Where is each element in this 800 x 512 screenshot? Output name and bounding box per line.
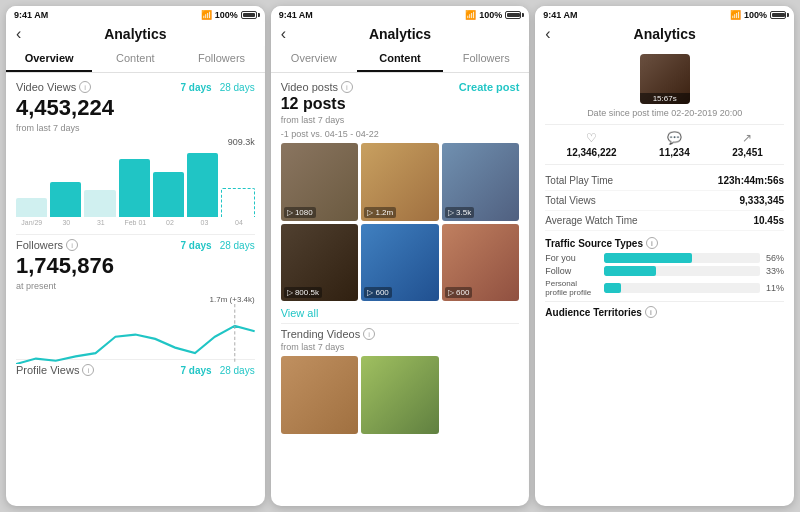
followers-7days[interactable]: 7 days (181, 240, 212, 251)
bar-1 (16, 198, 47, 217)
traffic-bar-bg-1 (604, 253, 760, 263)
stat-likes: ♡ 12,346,222 (567, 131, 617, 158)
traffic-info[interactable]: i (646, 237, 658, 249)
video-thumb-2[interactable]: ▷ 1.2m (361, 143, 439, 221)
share-icon: ↗ (742, 131, 752, 145)
wifi-icon-2: 📶 (465, 10, 476, 20)
bar-chart: 909.3k (16, 137, 255, 217)
video-views-value: 4,453,224 (16, 95, 255, 121)
bar-3 (84, 190, 115, 217)
back-button-3[interactable]: ‹ (545, 25, 550, 43)
status-icons-3: 📶 100% (730, 10, 786, 20)
traffic-bar-fill-2 (604, 266, 655, 276)
traffic-row-2: Follow 33% (545, 266, 784, 276)
time-2: 9:41 AM (279, 10, 313, 20)
battery-label-2: 100% (479, 10, 502, 20)
status-icons-1: 📶 100% (201, 10, 257, 20)
traffic-bar-bg-3 (604, 283, 760, 293)
followers-time-links: 7 days 28 days (181, 240, 255, 251)
avg-watch-val: 10.45s (753, 215, 784, 226)
tab-content-1[interactable]: Content (92, 46, 178, 72)
wifi-icon-3: 📶 (730, 10, 741, 20)
stat-4: ▷ 800.5k (284, 287, 322, 298)
profile-views-time-links: 7 days 28 days (181, 365, 255, 376)
audience-info[interactable]: i (645, 306, 657, 318)
comment-icon: 💬 (667, 131, 682, 145)
nav-title-2: Analytics (369, 26, 431, 42)
status-icons-2: 📶 100% (465, 10, 521, 20)
trending-thumb-2[interactable] (361, 356, 439, 434)
posts-count: 12 posts (281, 95, 520, 113)
stats-row: ♡ 12,346,222 💬 11,234 ↗ 23,451 (545, 124, 784, 165)
bar-7 (221, 188, 254, 217)
posts-sub1: from last 7 days (281, 115, 520, 125)
video-views-28days[interactable]: 28 days (220, 82, 255, 93)
x-label-2: 30 (51, 219, 83, 226)
heart-icon: ♡ (586, 131, 597, 145)
shares-value: 23,451 (732, 147, 763, 158)
nav-bar-1: ‹ Analytics (6, 22, 265, 46)
stat-6: ▷ 600 (445, 287, 473, 298)
total-views-val: 9,333,345 (740, 195, 785, 206)
video-views-label: Video Views i (16, 81, 91, 93)
tabs-row-1: Overview Content Followers (6, 46, 265, 73)
traffic-label-3: Personal profile profile (545, 279, 600, 297)
avg-watch-key: Average Watch Time (545, 215, 637, 226)
traffic-title: Traffic Source Types i (545, 237, 784, 249)
view-all-link[interactable]: View all (281, 307, 520, 319)
chart-top-label: 909.3k (228, 137, 255, 147)
x-label-7: 04 (223, 219, 255, 226)
x-label-5: 02 (154, 219, 186, 226)
video-posts-header: Video posts i Create post (281, 81, 520, 93)
video-posts-info[interactable]: i (341, 81, 353, 93)
tab-content-2[interactable]: Content (357, 46, 443, 72)
followers-28days[interactable]: 28 days (220, 240, 255, 251)
trending-thumb-1[interactable] (281, 356, 359, 434)
stat-comments: 💬 11,234 (659, 131, 690, 158)
video-thumb-5[interactable]: ▷ 600 (361, 224, 439, 302)
traffic-bar-fill-3 (604, 283, 621, 293)
back-button-1[interactable]: ‹ (16, 25, 21, 43)
followers-sub: at present (16, 281, 255, 291)
total-views-key: Total Views (545, 195, 595, 206)
profile-views-7days[interactable]: 7 days (181, 365, 212, 376)
video-thumb-6[interactable]: ▷ 600 (442, 224, 520, 302)
nav-title-3: Analytics (634, 26, 696, 42)
back-button-2[interactable]: ‹ (281, 25, 286, 43)
x-labels: Jan/29 30 31 Feb 01 02 03 04 (16, 219, 255, 226)
traffic-label-1: For you (545, 253, 600, 263)
video-thumb-1[interactable]: ▷ 1080 (281, 143, 359, 221)
followers-info[interactable]: i (66, 239, 78, 251)
video-thumb-4[interactable]: ▷ 800.5k (281, 224, 359, 302)
traffic-section: Traffic Source Types i For you 56% Follo… (545, 237, 784, 297)
battery-icon-2 (505, 11, 521, 19)
tab-followers-2[interactable]: Followers (443, 46, 529, 72)
battery-icon-1 (241, 11, 257, 19)
x-label-1: Jan/29 (16, 219, 48, 226)
create-post-link[interactable]: Create post (459, 81, 520, 93)
comments-value: 11,234 (659, 147, 690, 158)
date-text: Date since post time 02-20-2019 20:00 (545, 108, 784, 118)
profile-views-28days[interactable]: 28 days (220, 365, 255, 376)
screens-container: 9:41 AM 📶 100% ‹ Analytics Overview Cont… (0, 0, 800, 512)
status-bar-2: 9:41 AM 📶 100% (271, 6, 530, 22)
detail-thumb[interactable]: 15:67s (640, 54, 690, 104)
trending-info[interactable]: i (363, 328, 375, 340)
traffic-pct-1: 56% (764, 253, 784, 263)
tab-overview-2[interactable]: Overview (271, 46, 357, 72)
detail-avg-watch: Average Watch Time 10.45s (545, 211, 784, 231)
traffic-bar-fill-1 (604, 253, 691, 263)
time-3: 9:41 AM (543, 10, 577, 20)
line-chart-label: 1.7m (+3.4k) (16, 295, 255, 304)
video-views-info[interactable]: i (79, 81, 91, 93)
stat-3: ▷ 3.5k (445, 207, 474, 218)
video-views-7days[interactable]: 7 days (181, 82, 212, 93)
tab-overview-1[interactable]: Overview (6, 46, 92, 72)
traffic-label-2: Follow (545, 266, 600, 276)
tab-followers-1[interactable]: Followers (178, 46, 264, 72)
stat-5: ▷ 600 (364, 287, 392, 298)
x-label-4: Feb 01 (120, 219, 152, 226)
bar-2 (50, 182, 81, 217)
video-thumb-3[interactable]: ▷ 3.5k (442, 143, 520, 221)
likes-value: 12,346,222 (567, 147, 617, 158)
